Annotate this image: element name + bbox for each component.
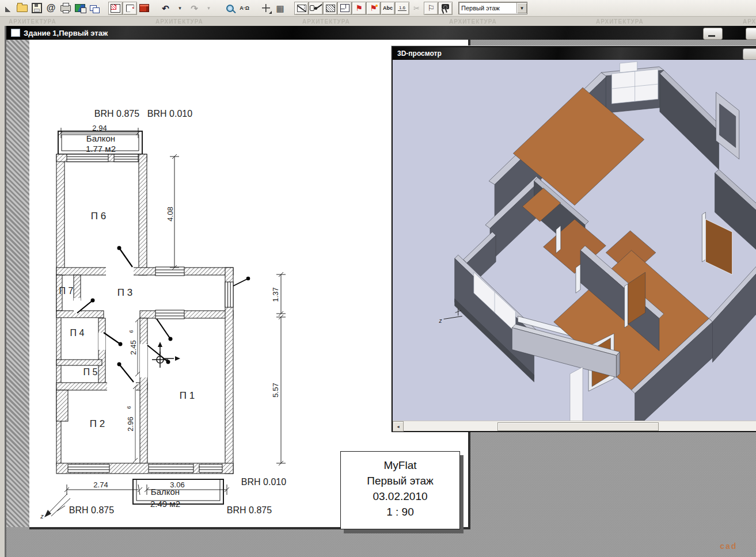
- page-margin-hatch: [6, 40, 30, 527]
- text-label-button[interactable]: Abc: [381, 2, 395, 15]
- title-block: MyFlat Первый этаж 03.02.2010 1 : 90: [340, 451, 460, 529]
- north-arrow-label: z: [40, 513, 44, 520]
- redo-dropdown[interactable]: ▾: [202, 1, 216, 15]
- viewer-viewport[interactable]: z: [393, 60, 756, 421]
- floorplan-button[interactable]: [337, 2, 352, 15]
- room-p7: П 7: [59, 286, 74, 296]
- brh-bottom-right-label: BRH 0.875: [227, 505, 272, 515]
- view-3d-button[interactable]: [137, 1, 151, 15]
- minimize-button[interactable]: [703, 28, 723, 40]
- undo-icon: ↶: [162, 4, 169, 13]
- camera-button[interactable]: [438, 2, 453, 15]
- cut-button[interactable]: ✂: [409, 1, 424, 15]
- floor-selector[interactable]: Первый этаж ▼: [458, 2, 527, 14]
- title-block-project: MyFlat: [341, 457, 459, 473]
- dimension-button[interactable]: 1.6: [395, 2, 409, 15]
- open-project-button[interactable]: [15, 1, 29, 15]
- font-symbol-button[interactable]: A·Ω: [237, 1, 252, 15]
- cut-icon: ✂: [413, 5, 420, 12]
- printer-icon: [60, 5, 71, 12]
- dim-hall: 2.45: [129, 340, 138, 354]
- save-image-button[interactable]: [73, 1, 87, 15]
- clipped-edge-icon: [1, 1, 15, 15]
- corner-watermark: cad: [720, 541, 737, 551]
- dim-right-top: 1.37: [271, 287, 280, 302]
- scroll-left-icon[interactable]: ◄: [393, 421, 404, 432]
- dim-right-bottom: 5.57: [271, 383, 280, 397]
- arrange-windows-button[interactable]: [87, 1, 101, 15]
- measure-icon: [297, 5, 306, 12]
- dim-hall-sup: 6: [128, 330, 134, 333]
- room-p4: П 4: [70, 328, 85, 338]
- maximize-button[interactable]: [746, 28, 756, 40]
- zoom-button[interactable]: [223, 1, 237, 15]
- aomega-icon: A·Ω: [240, 6, 249, 11]
- room-p6: П 6: [91, 211, 106, 222]
- walls: [56, 154, 233, 474]
- connection-button[interactable]: [309, 2, 323, 15]
- origin-button[interactable]: [259, 1, 273, 15]
- windows-icon: [90, 5, 97, 11]
- north-arrow: [44, 494, 70, 517]
- flagred-icon: ⚑: [355, 4, 363, 12]
- watermark-row: АРХИТЕКТУРААРХИТЕКТУРААРХИТЕКТУРААРХИТЕК…: [0, 17, 756, 26]
- viewer-window-button[interactable]: [743, 48, 756, 60]
- plan-window-titlebar[interactable]: Здание 1,Первый этаж: [6, 26, 756, 40]
- brh-bottom-left-label: BRH 0.875: [69, 505, 114, 515]
- minimize-icon: [708, 35, 715, 37]
- abc-icon: Abc: [383, 6, 393, 11]
- measure-button[interactable]: [294, 2, 309, 15]
- model-3d-canvas: z: [393, 60, 756, 421]
- print-button[interactable]: [58, 1, 73, 15]
- view2d-icon: [111, 4, 120, 13]
- undo-dropdown[interactable]: ▾: [173, 1, 187, 15]
- background-watermark: АРХИТЕКТУРА: [449, 18, 497, 25]
- background-watermark: АРХИТЕКТУРА: [9, 18, 56, 25]
- background-watermark: АРХИТЕКТУРА: [596, 18, 644, 25]
- room-p3: П 3: [117, 287, 132, 298]
- grid-icon: ▦: [276, 4, 284, 13]
- drop-icon: ▾: [178, 6, 181, 11]
- save-button[interactable]: [29, 1, 44, 15]
- grid-button[interactable]: ▦: [273, 1, 287, 15]
- scrollbar-thumb[interactable]: [497, 422, 659, 431]
- balcony-top-area: 1.77 м2: [86, 144, 116, 154]
- hatch-button[interactable]: [323, 2, 337, 15]
- brh-top-right-label: BRH 0.010: [147, 109, 192, 119]
- redo-button[interactable]: ↷: [187, 1, 202, 15]
- send-email-button[interactable]: @: [44, 1, 58, 15]
- main-toolbar: @↶▾↷▾A·Ω▦⚑⚑Abc1.6✂⚐ Первый этаж ▼: [0, 0, 756, 17]
- room-p1: П 1: [180, 390, 195, 401]
- viewer-titlebar[interactable]: 3D-просмотр: [393, 47, 756, 60]
- title-block-date: 03.02.2010: [341, 489, 459, 504]
- imgsave-icon: [75, 4, 85, 12]
- window-icon: [11, 29, 20, 37]
- chevron-down-icon[interactable]: ▼: [516, 3, 527, 13]
- camera-icon: [442, 4, 449, 9]
- flag-light-button[interactable]: ⚑: [366, 2, 381, 15]
- viewer-title: 3D-просмотр: [397, 49, 442, 58]
- convert-to-3d-button[interactable]: [123, 2, 137, 15]
- balcony-bottom-name: Балкон: [151, 487, 180, 497]
- origin-symbol: [152, 342, 180, 368]
- title-block-floor: Первый этаж: [341, 473, 459, 489]
- dim-bottom-left: 2.74: [93, 480, 108, 489]
- view-2d-button[interactable]: [108, 2, 123, 15]
- background-watermark: АРХИТЕКТУРА: [743, 18, 756, 25]
- box3d-icon: [139, 4, 149, 12]
- dim-icon: 1.6: [398, 6, 407, 11]
- flag-outline-button[interactable]: ⚐: [424, 2, 438, 15]
- dim-p2-wall-sup: 6: [126, 406, 132, 409]
- undo-button[interactable]: ↶: [158, 1, 173, 15]
- floorplan-icon: [340, 4, 349, 12]
- brh-bottom-mid-label: BRH 0.010: [241, 477, 286, 487]
- viewer-hscrollbar[interactable]: ◄: [393, 421, 756, 431]
- title-block-scale: 1 : 90: [341, 504, 459, 520]
- flag-button[interactable]: ⚑: [352, 2, 366, 15]
- plug-icon: [314, 7, 317, 10]
- clip-icon: [5, 4, 10, 12]
- to3d-icon: [126, 5, 134, 12]
- background-watermark: АРХИТЕКТУРА: [302, 18, 350, 25]
- toolbar-items: @↶▾↷▾A·Ω▦⚑⚑Abc1.6✂⚐: [1, 1, 453, 15]
- dim-p2-wall: 2.96: [126, 417, 135, 431]
